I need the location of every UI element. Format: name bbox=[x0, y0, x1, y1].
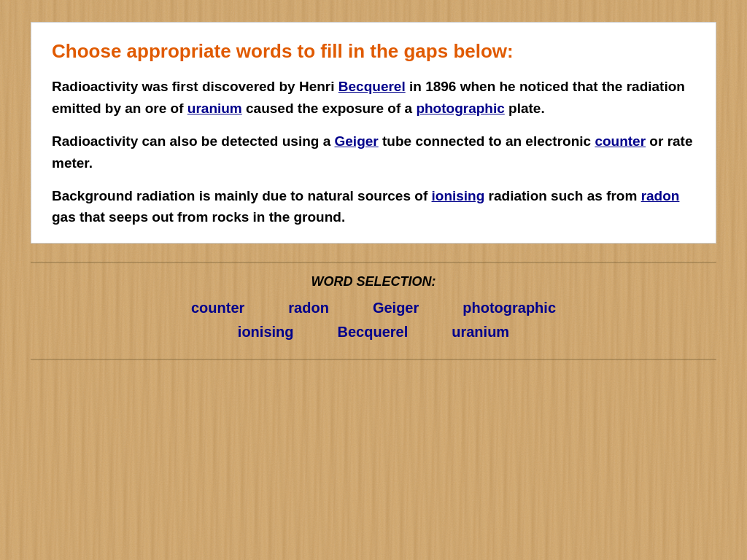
word-ionising: ionising bbox=[238, 324, 294, 341]
word-selection-section: WORD SELECTION: counter radon Geiger pho… bbox=[31, 267, 716, 355]
word-counter: counter bbox=[191, 300, 244, 316]
fill-photographic-1: photographic bbox=[416, 101, 504, 116]
word-radon: radon bbox=[288, 300, 329, 316]
word-geiger: Geiger bbox=[373, 300, 419, 316]
divider-bottom bbox=[31, 359, 716, 360]
word-row-2: ionising Becquerel uranium bbox=[31, 324, 716, 341]
fill-counter: counter bbox=[595, 133, 646, 149]
page-container: Choose appropriate words to fill in the … bbox=[0, 0, 747, 560]
page-title: Choose appropriate words to fill in the … bbox=[52, 40, 695, 63]
word-row-1: counter radon Geiger photographic bbox=[31, 300, 716, 316]
fill-radon: radon bbox=[641, 188, 680, 203]
main-card: Choose appropriate words to fill in the … bbox=[31, 22, 716, 244]
fill-ionising: ionising bbox=[432, 188, 485, 203]
paragraph-1: Radioactivity was first discovered by He… bbox=[52, 76, 695, 119]
word-selection-title: WORD SELECTION: bbox=[31, 274, 716, 289]
paragraph-2: Radioactivity can also be detected using… bbox=[52, 131, 695, 174]
word-photographic: photographic bbox=[462, 300, 556, 316]
word-becquerel: Becquerel bbox=[338, 324, 409, 341]
fill-uranium: uranium bbox=[187, 101, 242, 116]
word-uranium: uranium bbox=[452, 324, 509, 341]
fill-becquerel: Becquerel bbox=[338, 79, 406, 94]
divider-top bbox=[31, 262, 716, 263]
fill-geiger: Geiger bbox=[335, 133, 379, 149]
paragraph-3: Background radiation is mainly due to na… bbox=[52, 185, 695, 228]
